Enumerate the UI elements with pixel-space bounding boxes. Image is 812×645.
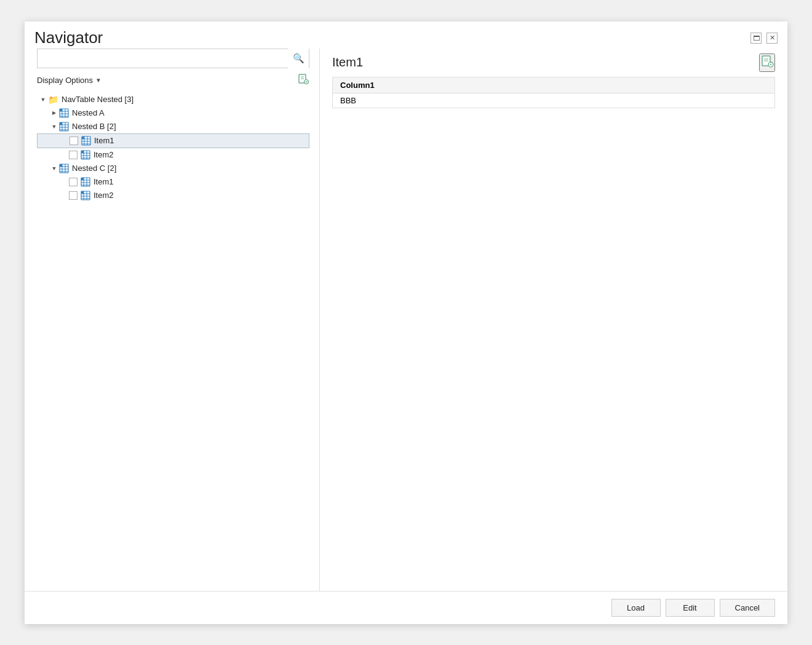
display-options-button[interactable]: Display Options ▼ [37, 74, 102, 86]
tree-item-nested-b[interactable]: ▼ Nested B [2] [37, 120, 309, 133]
folder-icon-navtable-nested: 📁 [48, 95, 58, 105]
left-panel: 🔍 Display Options ▼ [37, 49, 320, 591]
title-bar-controls: 🗖 ✕ [750, 33, 778, 44]
search-icon: 🔍 [293, 53, 304, 64]
label-nested-c: Nested C [2] [72, 164, 116, 173]
svg-rect-26 [82, 137, 84, 139]
svg-rect-12 [60, 109, 62, 111]
search-input[interactable] [38, 51, 288, 65]
preview-table-header: Column1 [333, 77, 775, 93]
expander-icon-navtable-nested: ▼ [38, 95, 48, 105]
tree-item-nested-b-item2[interactable]: Item2 [37, 148, 309, 162]
svg-rect-47 [81, 178, 84, 180]
preview-title: Item1 [332, 55, 363, 69]
expander-icon-nested-b: ▼ [49, 122, 59, 132]
maximize-button[interactable]: 🗖 [750, 33, 762, 44]
table-icon-nested-c-item1 [81, 177, 90, 187]
preview-table: Column1 BBB [332, 77, 775, 108]
tree-item-nested-a[interactable]: ▶ Nested A [37, 106, 309, 120]
tree-area: ▼ 📁 NavTable Nested [3] ▶ [37, 93, 309, 591]
display-options-row: Display Options ▼ [37, 73, 309, 88]
navigator-window: Navigator 🗖 ✕ 🔍 Display Options [25, 22, 787, 624]
expander-icon-nested-b-item2 [59, 150, 69, 160]
checkbox-nested-b-item1[interactable] [70, 137, 78, 145]
cancel-button[interactable]: Cancel [720, 599, 775, 617]
checkbox-nested-c-item2[interactable] [69, 191, 78, 200]
checkbox-nested-b-item2[interactable] [69, 151, 78, 159]
label-nested-b-item1: Item1 [94, 136, 114, 145]
label-navtable-nested: NavTable Nested [3] [62, 95, 133, 104]
close-button[interactable]: ✕ [766, 33, 778, 44]
expander-icon-nested-b-item1 [60, 136, 70, 146]
table-icon-nested-b-item2 [81, 150, 90, 160]
display-options-label: Display Options [37, 76, 93, 85]
content-area: 🔍 Display Options ▼ [25, 49, 787, 591]
left-page-icon [297, 77, 309, 87]
svg-rect-54 [81, 191, 84, 194]
expander-icon-nested-c-item1 [59, 177, 69, 187]
tree-item-nested-c-item2[interactable]: Item2 [37, 189, 309, 202]
right-page-icon-button[interactable] [759, 53, 775, 72]
expander-icon-nested-c: ▼ [49, 164, 59, 173]
window-title-text: Navigator [34, 28, 103, 47]
svg-rect-33 [81, 151, 84, 153]
table-icon-nested-c [59, 164, 69, 173]
svg-rect-19 [60, 122, 62, 125]
search-bar: 🔍 [37, 49, 309, 68]
close-icon: ✕ [770, 34, 775, 42]
tree-item-nested-c[interactable]: ▼ Nested C [2] [37, 162, 309, 175]
edit-button[interactable]: Edit [666, 599, 715, 617]
tree-item-nested-c-item1[interactable]: Item1 [37, 175, 309, 189]
expander-icon-nested-c-item2 [59, 191, 69, 200]
search-button[interactable]: 🔍 [288, 49, 309, 68]
label-nested-a: Nested A [72, 108, 105, 117]
right-panel: Item1 Column1 [320, 49, 775, 591]
checkbox-nested-c-item1[interactable] [69, 178, 78, 186]
tree-item-navtable-nested[interactable]: ▼ 📁 NavTable Nested [3] [37, 93, 309, 106]
preview-header: Item1 [332, 49, 775, 77]
display-options-arrow-icon: ▼ [95, 77, 102, 84]
table-icon-nested-c-item2 [81, 191, 90, 200]
load-button[interactable]: Load [611, 599, 661, 617]
preview-table-cell: BBB [333, 93, 775, 108]
tree-item-nested-b-item1[interactable]: Item1 [37, 133, 309, 148]
label-nested-c-item2: Item2 [94, 191, 114, 200]
maximize-icon: 🗖 [753, 34, 760, 42]
expander-icon-nested-a: ▶ [49, 108, 59, 118]
label-nested-b-item2: Item2 [94, 150, 114, 159]
table-icon-nested-b-item1 [81, 136, 91, 146]
svg-rect-40 [60, 164, 62, 167]
label-nested-b: Nested B [2] [72, 122, 116, 131]
title-bar: Navigator 🗖 ✕ [25, 22, 787, 49]
left-page-icon-button[interactable] [297, 73, 309, 88]
bottom-bar: Load Edit Cancel [25, 591, 787, 624]
label-nested-c-item1: Item1 [94, 177, 114, 186]
table-icon-nested-a [59, 108, 69, 118]
table-icon-nested-b [59, 122, 69, 132]
